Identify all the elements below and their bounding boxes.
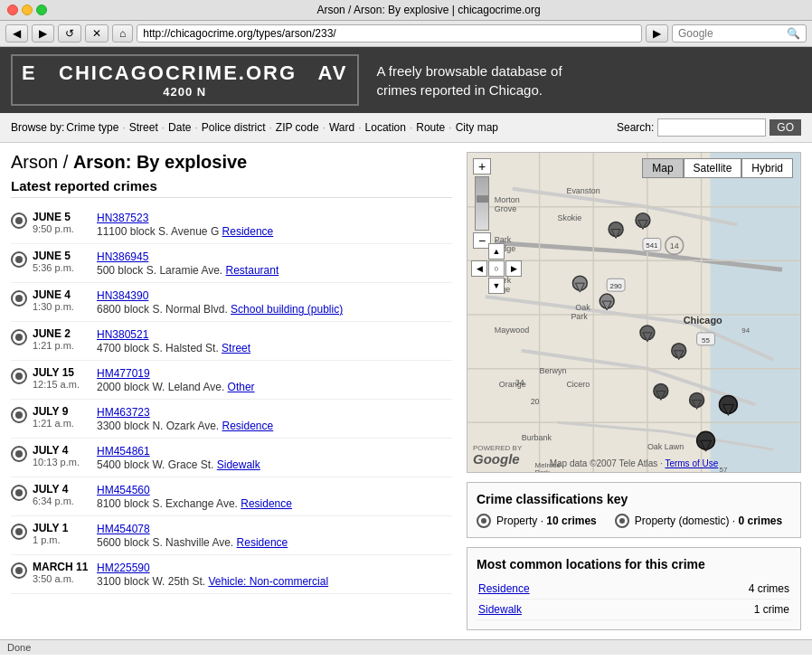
crime-time: 1 p.m.: [33, 534, 91, 545]
crime-case-link[interactable]: HN387523: [97, 212, 148, 224]
crime-key-items: Property · 10 crimes Property (domestic)…: [477, 514, 791, 528]
crime-location-link[interactable]: Street: [222, 342, 250, 354]
pan-up-button[interactable]: ▲: [488, 243, 505, 260]
crime-location-link[interactable]: Restaurant: [226, 264, 279, 277]
pan-down-button[interactable]: ▼: [488, 278, 505, 294]
zoom-controls: + −: [473, 158, 491, 249]
browser-search-bar[interactable]: 🔍: [672, 24, 807, 42]
svg-text:Grove: Grove: [495, 204, 516, 213]
crime-case-link[interactable]: HM477019: [97, 367, 150, 380]
window-title: Arson / Arson: By explosive | chicagocri…: [52, 4, 805, 16]
stop-button[interactable]: ✕: [85, 24, 109, 42]
crime-location-link[interactable]: Residence: [241, 497, 292, 510]
crime-location-link[interactable]: Residence: [222, 420, 274, 432]
nav-route[interactable]: Route: [416, 121, 445, 134]
browser-search-input[interactable]: [678, 27, 787, 40]
search-input[interactable]: [657, 118, 766, 137]
map-view-button[interactable]: Map: [642, 158, 683, 178]
pan-center-button[interactable]: ○: [488, 260, 505, 277]
crime-date: MARCH 11 3:50 a.m.: [33, 561, 91, 584]
nav-location[interactable]: Location: [365, 121, 406, 134]
site-logo: E CHICAGOCRIME.ORG AV 4200 N: [11, 54, 359, 106]
site-nav: Browse by: Crime type · Street · Date · …: [0, 113, 812, 143]
crime-location-link[interactable]: Sidewalk: [217, 458, 260, 471]
nav-police-district[interactable]: Police district: [202, 121, 266, 134]
zoom-in-button[interactable]: +: [473, 158, 491, 175]
search-go-button[interactable]: GO: [770, 119, 801, 136]
crime-date: JULY 15 12:15 a.m.: [33, 366, 91, 390]
page-content: Arson / Arson: By explosive Latest repor…: [0, 143, 812, 639]
logo-name: CHICAGOCRIME.ORG: [59, 61, 297, 84]
residence-count: 4 crimes: [650, 579, 791, 600]
svg-text:Cicero: Cicero: [566, 380, 590, 389]
residence-link[interactable]: Residence: [478, 582, 530, 595]
crime-location-link[interactable]: Residence: [237, 536, 288, 549]
svg-text:34: 34: [515, 378, 524, 387]
hybrid-view-button[interactable]: Hybrid: [741, 158, 793, 178]
crime-case-link[interactable]: HM454861: [97, 445, 150, 458]
pan-left-button[interactable]: ◀: [471, 260, 487, 277]
nav-date[interactable]: Date: [168, 121, 191, 134]
back-button[interactable]: ◀: [5, 24, 28, 42]
terms-of-use-link[interactable]: Terms of Use: [665, 458, 718, 468]
crime-marker: [11, 212, 27, 229]
browser-toolbar: ◀ ▶ ↺ ✕ ⌂ ▶ 🔍: [0, 21, 812, 47]
title-prefix: Arson /: [11, 152, 73, 172]
crime-case-link[interactable]: HN386945: [97, 250, 148, 263]
nav-crime-type[interactable]: Crime type: [66, 121, 118, 134]
crime-case-link[interactable]: HM463723: [97, 406, 150, 419]
nav-street[interactable]: Street: [129, 121, 158, 134]
svg-text:Morton: Morton: [495, 195, 520, 204]
list-item: JUNE 5 9:50 p.m. HN387523 11100 block S.…: [11, 205, 452, 244]
crime-info: HM463723 3300 block N. Ozark Ave. Reside…: [97, 405, 452, 432]
address-input[interactable]: [143, 27, 636, 40]
nav-search: Search: GO: [617, 118, 801, 137]
crime-location-link[interactable]: School building (public): [231, 303, 343, 316]
table-row: Residence 4 crimes: [477, 579, 791, 600]
list-item: JULY 15 12:15 a.m. HM477019 2000 block W…: [11, 361, 452, 400]
forward-button[interactable]: ▶: [32, 24, 54, 42]
crime-info: HN384390 6800 block S. Normal Blvd. Scho…: [97, 288, 452, 316]
page-title: Arson / Arson: By explosive: [11, 152, 452, 173]
satellite-view-button[interactable]: Satellite: [684, 158, 742, 178]
crime-info: HM225590 3100 block W. 25th St. Vehicle:…: [97, 561, 452, 588]
nav-city-map[interactable]: City map: [456, 121, 498, 134]
crime-location-link[interactable]: Vehicle: Non-commercial: [208, 575, 328, 588]
navigate-button[interactable]: ▶: [646, 24, 668, 42]
crime-case-link[interactable]: HM225590: [97, 562, 150, 574]
crime-case-link[interactable]: HM454078: [97, 523, 150, 535]
crime-date: JUNE 4 1:30 p.m.: [33, 288, 91, 312]
crime-case-link[interactable]: HN384390: [97, 289, 148, 302]
sidewalk-link[interactable]: Sidewalk: [478, 603, 522, 616]
list-item: MARCH 11 3:50 a.m. HM225590 3100 block W…: [11, 555, 452, 594]
crime-info: HN387523 11100 block S. Avenue G Residen…: [97, 211, 452, 238]
zoom-handle: [477, 195, 489, 203]
address-bar[interactable]: [137, 24, 642, 42]
nav-ward[interactable]: Ward: [329, 121, 354, 134]
crime-case-link[interactable]: HN380521: [97, 328, 148, 341]
pan-right-button[interactable]: ▶: [505, 260, 522, 277]
list-item: JUNE 4 1:30 p.m. HN384390 6800 block S. …: [11, 283, 452, 322]
crime-address: 3300 block N. Ozark Ave. Residence: [97, 420, 273, 432]
site-tagline: A freely browsable database ofcrimes rep…: [359, 61, 562, 99]
crime-key: Crime classifications key Property · 10 …: [467, 482, 801, 538]
crime-time: 5:36 p.m.: [33, 262, 91, 273]
crime-location-link[interactable]: Other: [228, 381, 255, 393]
nav-zip[interactable]: ZIP code: [276, 121, 319, 134]
crime-time: 12:15 a.m.: [33, 379, 91, 390]
crime-marker: [11, 446, 27, 462]
zoom-slider[interactable]: [475, 176, 489, 231]
list-item: JUNE 2 1:21 p.m. HN380521 4700 block S. …: [11, 322, 452, 361]
crime-case-link[interactable]: HM454560: [97, 484, 150, 496]
close-button[interactable]: [7, 5, 18, 15]
crime-marker-inner: [15, 256, 23, 263]
home-button[interactable]: ⌂: [112, 24, 133, 42]
maximize-button[interactable]: [36, 5, 47, 15]
crime-key-property: Property · 10 crimes: [477, 514, 597, 528]
crime-date: JULY 9 1:21 a.m.: [33, 405, 91, 429]
location-table: Residence 4 crimes Sidewalk 1 crime: [477, 579, 791, 620]
reload-button[interactable]: ↺: [58, 24, 81, 42]
minimize-button[interactable]: [22, 5, 33, 15]
crime-list: JUNE 5 9:50 p.m. HN387523 11100 block S.…: [11, 205, 452, 594]
crime-location-link[interactable]: Residence: [222, 225, 274, 238]
